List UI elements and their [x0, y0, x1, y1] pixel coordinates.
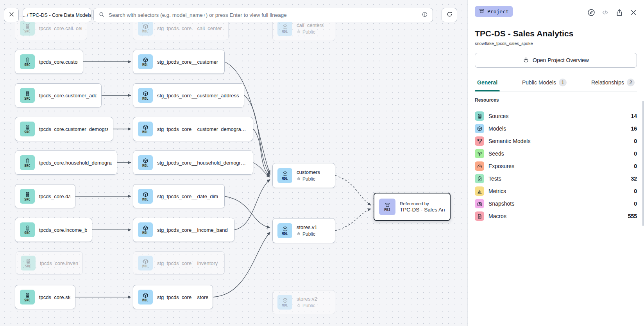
open-project-overview-button[interactable]: Open Project Overview — [475, 53, 637, 68]
node-label: stg_tpcds_core__inventory — [157, 260, 218, 266]
node-mdl-income-band[interactable]: MDLstg_tpcds_core__income_band — [133, 218, 234, 242]
node-label: customers — [297, 169, 320, 175]
resource-label: Seeds — [488, 150, 630, 157]
search-icon — [98, 11, 105, 19]
database-icon: SRC — [20, 189, 35, 204]
resource-label: Exposures — [488, 163, 630, 169]
node-mdl-customer-address[interactable]: MDLstg_tpcds_core__customer_address — [133, 83, 244, 107]
node-label: stg_tpcds_core__customer — [157, 59, 218, 65]
node-label: tpcds_core.customer_address — [39, 93, 97, 99]
node-label: tpcds_core.customer — [39, 59, 78, 65]
node-label: tpcds_core.call_center — [39, 25, 82, 31]
node-pub-stores-v1[interactable]: MDLstores.v1Public — [272, 218, 335, 243]
panel-tabs: General Public Models 1 Relationships 2 — [475, 75, 637, 91]
database-icon: SRC — [20, 21, 35, 36]
tab-relationships[interactable]: Relationships 2 — [589, 75, 637, 91]
lock-open-icon — [297, 176, 301, 182]
resource-row-seeds: Seeds0 — [475, 147, 637, 160]
edge-pub_stores_v1-to-prj_sales — [335, 209, 371, 231]
resource-row-snapshots: Snapshots0 — [475, 197, 637, 210]
database-icon — [475, 111, 484, 121]
resource-row-metrics: Metrics0 — [475, 185, 637, 197]
cube-icon: MDL — [138, 21, 153, 36]
lineage-canvas[interactable]: SRCtpcds_core.call_centerMDLstg_tpcds_co… — [0, 0, 467, 326]
share-icon[interactable] — [615, 8, 624, 17]
project-details-panel: Project TPC-DS - Sales Analytics snowfla… — [467, 0, 644, 326]
node-access: Public — [297, 29, 324, 35]
node-src-income-band[interactable]: SRCtpcds_core.income_band — [15, 218, 92, 242]
close-icon — [8, 11, 15, 19]
node-label: stg_tpcds_core__store — [157, 294, 208, 300]
node-src-customer-demographics[interactable]: SRCtpcds_core.customer_demographics — [15, 117, 113, 141]
resource-type-label: Project — [487, 9, 509, 14]
database-icon: SRC — [20, 155, 35, 170]
explore-lineage-icon[interactable] — [587, 8, 596, 17]
cube-icon: MDL — [138, 256, 153, 270]
node-mdl-customer[interactable]: MDLstg_tpcds_core__customer — [133, 50, 225, 74]
node-src-store[interactable]: SRCtpcds_core.store — [15, 285, 75, 309]
refresh-lineage-button[interactable] — [442, 8, 457, 22]
node-mdl-date-dim[interactable]: MDLstg_tpcds_core__date_dim — [133, 184, 225, 208]
resource-type-badge: Project — [475, 6, 513, 17]
cube-icon: MDL — [138, 155, 153, 170]
resource-label: Macros — [488, 213, 624, 219]
node-pub-stores-v2[interactable]: MDLstores.v2Public — [272, 290, 335, 314]
resource-row-models: Models16 — [475, 122, 637, 135]
info-icon[interactable] — [422, 11, 428, 19]
node-mdl-household-demographics[interactable]: MDLstg_tpcds_core__household_demogr… — [133, 150, 253, 175]
tab-public-models[interactable]: Public Models 1 — [520, 75, 569, 91]
resource-label: Models — [488, 125, 626, 132]
cube-icon: MDL — [138, 290, 153, 305]
cube-icon — [475, 124, 484, 133]
node-mdl-customer-demographics[interactable]: MDLstg_tpcds_core__customer_demogra… — [133, 117, 253, 141]
node-mdl-store[interactable]: MDLstg_tpcds_core__store — [133, 285, 213, 309]
panel-scrollbar[interactable] — [642, 101, 644, 226]
metrics-icon — [475, 186, 484, 196]
cube-icon: MDL — [138, 122, 153, 136]
resource-row-semantic-models: Semantic Models0 — [475, 135, 637, 147]
panel-subtitle: snowflake_tpcds_sales_spoke — [475, 41, 637, 46]
close-panel-icon[interactable] — [629, 8, 638, 17]
breadcrumb[interactable]: .. / TPC-DS - Core Data Models — [23, 8, 91, 22]
node-label: TPC-DS - Sales Analytics — [400, 207, 445, 213]
node-src-household-demographics[interactable]: SRCtpcds_core.household_demographics — [15, 150, 117, 175]
resource-row-macros: Macros555 — [475, 210, 637, 222]
resource-label: Tests — [488, 176, 626, 182]
cube-icon: MDL — [138, 189, 153, 204]
search-input[interactable] — [108, 12, 419, 18]
archive-icon: PRJ — [379, 199, 395, 215]
resource-row-sources: Sources14 — [475, 110, 637, 122]
database-icon: SRC — [20, 122, 35, 136]
node-label: tpcds_core.inventory — [40, 260, 78, 266]
node-label: call_centers — [297, 22, 324, 28]
lock-open-icon — [297, 231, 301, 237]
node-src-customer-address[interactable]: SRCtpcds_core.customer_address — [15, 83, 102, 107]
node-label: tpcds_core.household_demographics — [39, 160, 112, 166]
tab-general[interactable]: General — [475, 75, 500, 91]
resource-row-exposures: Exposures0 — [475, 160, 637, 172]
edge-mdl_income_band-to-pub_customers — [234, 179, 270, 230]
node-pub-customers[interactable]: MDLcustomersPublic — [272, 163, 335, 188]
close-lineage-button[interactable] — [4, 8, 19, 22]
edge-pub_customers-to-prj_sales — [335, 176, 371, 205]
node-prj-sales[interactable]: PRJReferenced byTPC-DS - Sales Analytics — [374, 193, 451, 221]
project-overview-icon — [523, 57, 529, 64]
open-project-overview-label: Open Project Overview — [533, 57, 589, 63]
test-icon — [475, 174, 484, 183]
panel-title: TPC-DS - Sales Analytics — [475, 29, 637, 38]
lineage-search[interactable] — [93, 8, 433, 22]
database-icon: SRC — [21, 256, 36, 270]
node-label: stores.v1 — [297, 224, 317, 230]
node-src-date-dim[interactable]: SRCtpcds_core.date_dim — [15, 184, 75, 208]
project-icon — [479, 8, 485, 15]
node-src-inventory[interactable]: SRCtpcds_core.inventory — [16, 251, 83, 275]
tab-count-badge: 2 — [627, 79, 635, 86]
database-icon: SRC — [20, 222, 35, 237]
breadcrumb-label: .. / TPC-DS - Core Data Models — [23, 13, 91, 18]
node-src-customer[interactable]: SRCtpcds_core.customer — [15, 50, 83, 74]
node-mdl-inventory[interactable]: MDLstg_tpcds_core__inventory — [133, 251, 225, 275]
cube-icon: MDL — [277, 21, 292, 36]
node-label: stg_tpcds_core__customer_demogra… — [157, 126, 246, 132]
node-access: Public — [297, 231, 317, 237]
cube-icon: MDL — [138, 222, 153, 237]
